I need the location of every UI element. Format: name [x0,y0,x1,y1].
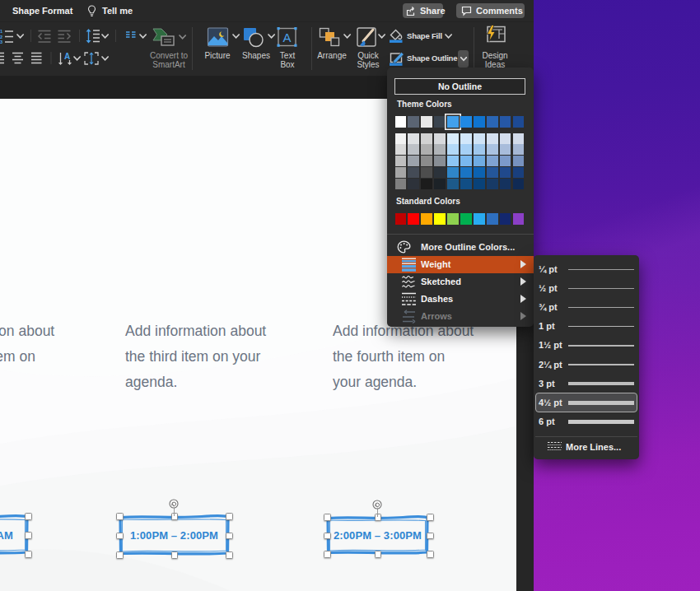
svg-text:A: A [64,52,70,61]
svg-text:2: 2 [0,35,2,40]
svg-text:A: A [283,30,292,44]
svg-text:3: 3 [0,40,2,44]
svg-text:1: 1 [0,29,2,34]
